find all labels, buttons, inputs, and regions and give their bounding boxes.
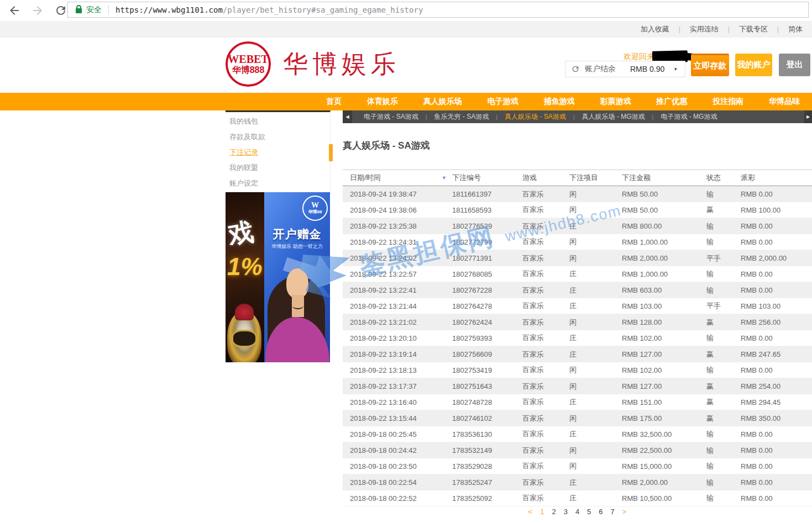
pagination-page-5[interactable]: 5: [587, 508, 591, 516]
cell-bet-amount: RMB 22,500.00: [622, 446, 706, 455]
promo-banner-bonus[interactable]: W 华博88 开户赠金 华博娱乐 助您一臂之力: [264, 192, 330, 362]
cell-bet-id: 1802771391: [452, 254, 522, 262]
address-separator: [108, 5, 109, 14]
column-header-label: 派彩: [741, 173, 755, 183]
utility-link-3[interactable]: 简体: [785, 24, 805, 34]
tab-item-3[interactable]: 真人娱乐场 - MG游戏: [575, 112, 652, 121]
cell-bet-item: 庄: [569, 478, 622, 488]
cell-bet-id: 1802772799: [452, 238, 522, 246]
tabs-scroll-left-icon[interactable]: ◀: [343, 110, 352, 123]
cell-bet-amount: RMB 800.00: [622, 222, 706, 230]
cell-bet-id: 1802759393: [452, 334, 522, 342]
balance-dropdown[interactable]: 账户结余 RMB 0.90 ▼: [565, 61, 685, 77]
cell-status: 平手: [706, 253, 741, 263]
table-row: 2018-09-22 13:21:021802762424百家乐闲RMB 128…: [343, 314, 812, 330]
pagination-page-3[interactable]: 3: [564, 508, 568, 516]
pagination-page-7[interactable]: 7: [611, 508, 615, 516]
pagination-page-2[interactable]: 2: [552, 508, 556, 516]
logo-brand: WEBET: [228, 54, 268, 65]
table-row: 2018-09-18 00:24:421783532149百家乐闲RMB 22,…: [343, 442, 812, 458]
sidebar-item-3[interactable]: 我的联盟: [226, 160, 330, 176]
pagination-page-4[interactable]: 4: [575, 508, 579, 516]
back-icon[interactable]: [8, 4, 21, 17]
chevron-down-icon[interactable]: ▼: [673, 67, 678, 72]
cell-bet-item: 闲: [569, 414, 622, 424]
utility-links: 加入收藏|实用连结|下载专区|简体: [638, 21, 805, 38]
cell-bet-item: 庄: [569, 301, 622, 311]
pagination-page-1[interactable]: 1: [540, 508, 544, 516]
pagination: <1234567>: [343, 508, 812, 516]
tab-item-2[interactable]: 真人娱乐场 - SA游戏: [497, 112, 573, 121]
cell-bet-item: 庄: [569, 350, 622, 360]
cell-payout: RMB 0.00: [741, 270, 812, 278]
sidebar-item-4[interactable]: 账户设定: [226, 176, 330, 191]
forward-icon[interactable]: [31, 4, 44, 17]
cell-date-time: 2018-09-22 13:22:41: [343, 286, 452, 294]
cell-date-time: 2018-09-22 13:16:40: [343, 398, 452, 406]
cell-bet-id: 1783525247: [452, 478, 522, 487]
game-tabs: 电子游戏 - SA游戏|鱼乐无穷 - SA游戏|真人娱乐场 - SA游戏|真人娱…: [357, 112, 724, 121]
tab-item-1[interactable]: 鱼乐无穷 - SA游戏: [427, 112, 496, 121]
cell-bet-amount: RMB 2,000.00: [622, 254, 706, 262]
nav-item-0[interactable]: 首页: [326, 97, 342, 107]
refresh-balance-icon[interactable]: [571, 65, 580, 73]
tabs-scroll-right-icon[interactable]: ▶: [804, 110, 812, 123]
tab-item-0[interactable]: 电子游戏 - SA游戏: [357, 112, 426, 121]
nav-item-2[interactable]: 真人娱乐场: [423, 97, 462, 107]
site-logo-link[interactable]: WEBET 华博888 华博娱乐: [226, 41, 400, 87]
address-bar[interactable]: 安全 https://www.wbg1101.com/player/bet_hi…: [67, 2, 809, 18]
cell-date-time: 2018-09-22 13:25:38: [343, 222, 452, 230]
url-text[interactable]: https://www.wbg1101.com/player/bet_histo…: [116, 6, 423, 14]
nav-item-5[interactable]: 彩票游戏: [600, 97, 631, 107]
cell-status: 输: [706, 269, 741, 279]
sidebar-item-1[interactable]: 存款及取款: [226, 129, 330, 145]
column-header-label: 游戏: [522, 173, 537, 183]
table-row: 2018-09-22 13:15:441802746102百家乐闲RMB 175…: [343, 410, 812, 426]
table-row: 2018-09-22 13:18:131802753419百家乐闲RMB 102…: [343, 362, 812, 378]
nav-item-1[interactable]: 体育娱乐: [367, 97, 398, 107]
tab-item-4[interactable]: 电子游戏 - MG游戏: [653, 112, 724, 121]
pagination-prev[interactable]: <: [528, 508, 533, 516]
cell-status: 输: [706, 237, 741, 247]
cell-status: 输: [706, 446, 741, 456]
cell-game: 百家乐: [522, 189, 569, 199]
column-header-date-time[interactable]: 日期/时间▼: [343, 173, 452, 183]
utility-link-0[interactable]: 加入收藏: [638, 24, 672, 34]
banner-title: 开户赠金: [264, 226, 330, 242]
cell-bet-item: 庄: [569, 333, 622, 343]
cell-bet-item: 闲: [569, 365, 622, 375]
logout-button[interactable]: 登出: [779, 54, 810, 76]
cell-bet-amount: RMB 2,000.00: [622, 478, 706, 487]
cell-date-time: 2018-09-18 00:22:52: [343, 494, 452, 503]
my-account-button[interactable]: 我的账户: [735, 54, 772, 76]
sidebar-item-0[interactable]: 我的钱包: [226, 114, 330, 129]
utility-bar: 加入收藏|实用连结|下载专区|简体: [0, 21, 812, 38]
deposit-button[interactable]: 立即存款: [691, 54, 729, 76]
sidebar-item-2[interactable]: 下注记录: [226, 145, 330, 160]
pagination-next[interactable]: >: [622, 508, 627, 516]
nav-item-6[interactable]: 推广优惠: [656, 97, 687, 107]
promo-banner-game[interactable]: 戏 1%: [226, 192, 264, 362]
column-header-status: 状态: [706, 173, 741, 183]
sort-desc-icon[interactable]: ▼: [442, 175, 447, 181]
utility-link-1[interactable]: 实用连结: [687, 24, 721, 34]
pagination-page-6[interactable]: 6: [599, 508, 603, 516]
cell-bet-id: 1802753419: [452, 366, 522, 374]
browser-toolbar: 安全 https://www.wbg1101.com/player/bet_hi…: [0, 0, 812, 22]
nav-item-8[interactable]: 华博品味: [769, 97, 800, 107]
utility-link-2[interactable]: 下载专区: [736, 24, 771, 34]
cell-bet-item: 闲: [569, 382, 622, 392]
cell-status: 赢: [706, 382, 741, 392]
cell-game: 百家乐: [522, 237, 569, 247]
nav-item-4[interactable]: 捕鱼游戏: [544, 97, 575, 107]
cell-bet-id: 1802746102: [452, 414, 522, 422]
reload-icon[interactable]: [54, 4, 67, 17]
table-header: 日期/时间▼下注编号游戏下注项目下注金额状态派彩: [343, 170, 812, 186]
cell-bet-amount: RMB 127.00: [622, 350, 706, 358]
nav-item-3[interactable]: 电子游戏: [488, 97, 518, 107]
logo-site-name: 华博娱乐: [283, 47, 400, 81]
cell-payout: RMB 0.00: [741, 190, 812, 198]
nav-item-7[interactable]: 投注指南: [713, 97, 743, 107]
cell-status: 输: [706, 189, 741, 199]
cell-status: 赢: [706, 205, 741, 215]
